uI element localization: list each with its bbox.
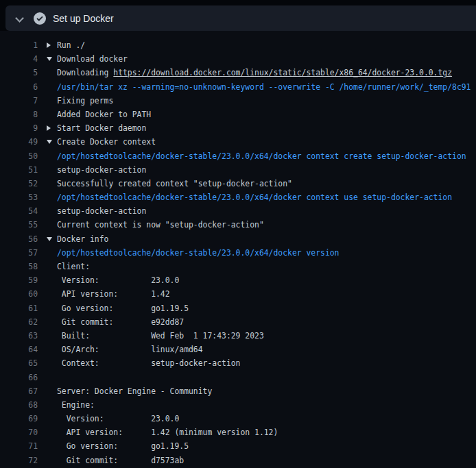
log-row: 49Create Docker context [0, 135, 476, 149]
triangle-down-icon[interactable] [47, 232, 57, 246]
log-line-text: /opt/hostedtoolcache/docker-stable/23.0.… [57, 149, 466, 163]
line-number[interactable]: 57 [0, 246, 38, 260]
log-line-text: OS/Arch: linux/amd64 [57, 343, 203, 356]
log-line-text: Server: Docker Engine - Community [57, 384, 212, 398]
triangle-down-icon[interactable] [47, 135, 57, 149]
triangle-down-icon[interactable] [47, 52, 57, 66]
log-row: 66 [0, 371, 476, 384]
line-number[interactable]: 62 [0, 315, 38, 329]
log-text: /usr/bin/tar xz --warning=no-unknown-key… [57, 82, 471, 92]
log-group-header[interactable]: Create Docker context [47, 135, 156, 149]
log-line-text: Added Docker to PATH [57, 108, 151, 121]
line-number[interactable]: 56 [0, 232, 38, 246]
log-group-header[interactable]: Run ./ [47, 38, 85, 52]
step-title: Set up Docker [53, 13, 114, 24]
log-row: 60 API version: 1.42 [0, 287, 476, 301]
chevron-down-icon[interactable] [14, 13, 25, 24]
log-row: 5Downloading https://download.docker.com… [0, 66, 476, 79]
line-number[interactable]: 8 [0, 108, 38, 121]
log-text: Engine: [57, 400, 95, 410]
line-number[interactable]: 7 [0, 94, 38, 108]
line-number[interactable]: 68 [0, 398, 38, 412]
line-number[interactable]: 1 [0, 38, 38, 52]
line-number[interactable]: 53 [0, 190, 38, 204]
log-row: 7Fixing perms [0, 94, 476, 108]
log-line-text: setup-docker-action [57, 204, 146, 218]
line-number[interactable]: 66 [0, 371, 38, 384]
log-row: 1Run ./ [0, 38, 476, 52]
line-number[interactable]: 72 [0, 454, 38, 467]
triangle-right-icon[interactable] [47, 38, 57, 52]
log-text: Go version: go1.19.5 [57, 441, 189, 451]
line-number[interactable]: 4 [0, 52, 38, 66]
log-line-text: Version: 23.0.0 [57, 412, 179, 426]
log-line-text: /usr/bin/tar xz --warning=no-unknown-key… [57, 80, 471, 94]
log-text: Run ./ [57, 40, 85, 50]
log-row: 59 Version: 23.0.0 [0, 273, 476, 287]
log-row: 9Start Docker daemon [0, 121, 476, 135]
log-text: /opt/hostedtoolcache/docker-stable/23.0.… [57, 151, 466, 161]
log-row: 50/opt/hostedtoolcache/docker-stable/23.… [0, 149, 476, 163]
log-group-header[interactable]: Download docker [47, 52, 128, 66]
log-row: 55Current context is now "setup-docker-a… [0, 218, 476, 232]
log-row: 57/opt/hostedtoolcache/docker-stable/23.… [0, 246, 476, 260]
log-text: Git commit: e92dd87 [57, 317, 184, 327]
log-group-header[interactable]: Start Docker daemon [47, 121, 146, 135]
line-number[interactable]: 67 [0, 384, 38, 398]
line-number[interactable]: 50 [0, 149, 38, 163]
log-text: setup-docker-action [57, 206, 146, 216]
line-number[interactable]: 58 [0, 260, 38, 273]
log-text: API version: 1.42 [57, 289, 170, 299]
line-number[interactable]: 9 [0, 121, 38, 135]
log-row: 72 Git commit: d7573ab [0, 454, 476, 467]
line-number[interactable]: 59 [0, 273, 38, 287]
log-text: Current context is now "setup-docker-act… [57, 220, 264, 230]
log-row: 65 Context: setup-docker-action [0, 356, 476, 370]
log-link[interactable]: https://download.docker.com/linux/static… [113, 68, 452, 77]
line-number[interactable]: 61 [0, 301, 38, 315]
log-text: Create Docker context [57, 137, 156, 147]
log-text: Version: 23.0.0 [57, 414, 179, 423]
log-line-text: API version: 1.42 [57, 287, 170, 301]
log-group-header[interactable]: Docker info [47, 232, 108, 246]
line-number[interactable]: 65 [0, 356, 38, 370]
log-row: 8Added Docker to PATH [0, 108, 476, 121]
log-row: 52Successfully created context "setup-do… [0, 177, 476, 190]
log-text: OS/Arch: linux/amd64 [57, 345, 203, 354]
step-header[interactable]: Set up Docker [5, 5, 476, 31]
triangle-right-icon[interactable] [47, 121, 57, 135]
line-number[interactable]: 6 [0, 80, 38, 94]
line-number[interactable]: 70 [0, 426, 38, 439]
line-number[interactable]: 71 [0, 439, 38, 453]
log-row: 70 API version: 1.42 (minimum version 1.… [0, 426, 476, 439]
log-text: Context: setup-docker-action [57, 358, 240, 368]
line-number[interactable]: 5 [0, 66, 38, 79]
line-number[interactable]: 51 [0, 163, 38, 177]
checkmark-icon [36, 15, 43, 22]
log-line-text: Version: 23.0.0 [57, 273, 179, 287]
line-number[interactable]: 54 [0, 204, 38, 218]
log-line-text: /opt/hostedtoolcache/docker-stable/23.0.… [57, 246, 339, 260]
log-row: 69 Version: 23.0.0 [0, 412, 476, 426]
log-row: 61 Go version: go1.19.5 [0, 301, 476, 315]
log-row: 56Docker info [0, 232, 476, 246]
line-number[interactable]: 69 [0, 412, 38, 426]
line-number[interactable]: 63 [0, 329, 38, 343]
log-line-text: Successfully created context "setup-dock… [57, 177, 292, 190]
line-number[interactable]: 60 [0, 287, 38, 301]
log-line-text: Downloading https://download.docker.com/… [57, 66, 452, 79]
log-text: Docker info [57, 234, 108, 244]
log-text: /opt/hostedtoolcache/docker-stable/23.0.… [57, 193, 452, 202]
log-text: Go version: go1.19.5 [57, 304, 189, 313]
log-row: 68 Engine: [0, 398, 476, 412]
log-text: Git commit: d7573ab [57, 456, 184, 465]
step-log-panel: 1Run ./4Download docker5Downloading http… [0, 31, 476, 468]
line-number[interactable]: 64 [0, 343, 38, 356]
line-number[interactable]: 52 [0, 177, 38, 190]
line-number[interactable]: 49 [0, 135, 38, 149]
log-text: Built: Wed Feb 1 17:43:29 2023 [57, 331, 264, 341]
log-row: 71 Go version: go1.19.5 [0, 439, 476, 453]
log-text: Server: Docker Engine - Community [57, 386, 212, 396]
line-number[interactable]: 55 [0, 218, 38, 232]
log-row: 67Server: Docker Engine - Community [0, 384, 476, 398]
